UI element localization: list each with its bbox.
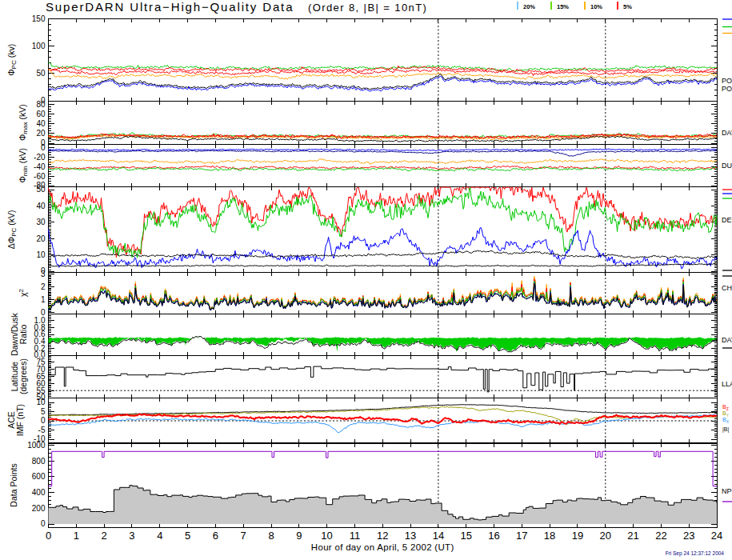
svg-text:15: 15 bbox=[460, 530, 471, 542]
svg-text:60: 60 bbox=[36, 110, 46, 118]
svg-text:SuperDARN Ultra−High−Quality D: SuperDARN Ultra−High−Quality Data bbox=[46, 0, 294, 14]
svg-text:6: 6 bbox=[213, 530, 218, 542]
svg-text:(Order 8, |B| = 10nT): (Order 8, |B| = 10nT) bbox=[308, 2, 427, 14]
svg-text:DUSK: DUSK bbox=[722, 162, 732, 170]
svg-text:Φmax (kV): Φmax (kV) bbox=[18, 104, 29, 141]
svg-text:-20: -20 bbox=[34, 153, 46, 162]
svg-text:Φmin (kV): Φmin (kV) bbox=[18, 148, 29, 182]
svg-text:50: 50 bbox=[36, 185, 46, 194]
svg-text:14: 14 bbox=[433, 530, 444, 542]
svg-text:13: 13 bbox=[405, 530, 416, 542]
svg-text:|B|: |B| bbox=[722, 426, 729, 433]
svg-text:40: 40 bbox=[36, 202, 46, 210]
svg-text:1.0: 1.0 bbox=[34, 316, 46, 325]
svg-text:22: 22 bbox=[655, 530, 666, 542]
svg-text:20%: 20% bbox=[523, 3, 535, 10]
svg-text:Hour of day on April, 5 2002 (: Hour of day on April, 5 2002 (UT) bbox=[311, 542, 454, 552]
svg-text:10: 10 bbox=[36, 250, 46, 259]
svg-text:24: 24 bbox=[711, 530, 722, 542]
svg-text:10%: 10% bbox=[590, 3, 602, 10]
svg-text:400: 400 bbox=[32, 488, 46, 497]
svg-text:17: 17 bbox=[516, 530, 527, 542]
svg-text:2: 2 bbox=[41, 282, 46, 291]
svg-text:IMF (nT): IMF (nT) bbox=[15, 404, 25, 436]
svg-text:DAWN: DAWN bbox=[722, 129, 732, 137]
svg-text:4: 4 bbox=[157, 530, 162, 542]
svg-text:1000: 1000 bbox=[27, 441, 46, 450]
svg-text:0: 0 bbox=[46, 530, 51, 542]
svg-text:CHI: CHI bbox=[722, 284, 732, 292]
svg-text:ΦPC (kv): ΦPC (kv) bbox=[6, 44, 18, 76]
svg-text:Ratio: Ratio bbox=[18, 325, 28, 345]
svg-text:(degrees): (degrees) bbox=[18, 358, 28, 394]
svg-text:Data Points: Data Points bbox=[9, 463, 18, 506]
svg-text:9: 9 bbox=[296, 530, 302, 542]
svg-text:DELTA: DELTA bbox=[722, 216, 732, 224]
svg-text:-60: -60 bbox=[34, 172, 46, 181]
svg-text:1: 1 bbox=[41, 295, 46, 304]
svg-text:1: 1 bbox=[74, 530, 79, 542]
svg-text:11: 11 bbox=[350, 530, 361, 542]
svg-text:20: 20 bbox=[600, 530, 611, 542]
svg-text:0: 0 bbox=[41, 519, 46, 528]
svg-text:50: 50 bbox=[36, 69, 46, 78]
svg-text:-40: -40 bbox=[34, 162, 46, 171]
svg-text:0: 0 bbox=[41, 416, 46, 425]
svg-text:POT: POT bbox=[722, 85, 732, 93]
svg-text:200: 200 bbox=[32, 504, 46, 513]
svg-text:23: 23 bbox=[683, 530, 694, 542]
svg-text:LLAT: LLAT bbox=[722, 380, 732, 388]
svg-text:2: 2 bbox=[101, 530, 106, 542]
svg-text:40: 40 bbox=[36, 119, 46, 128]
svg-text:150: 150 bbox=[32, 14, 46, 23]
svg-text:10: 10 bbox=[321, 530, 332, 542]
svg-text:Fri Sep 24 12:37:12 2004: Fri Sep 24 12:37:12 2004 bbox=[666, 550, 725, 557]
svg-text:8: 8 bbox=[268, 530, 274, 542]
svg-text:15%: 15% bbox=[557, 3, 569, 10]
svg-text:5%: 5% bbox=[623, 3, 632, 10]
svg-text:18: 18 bbox=[544, 530, 555, 542]
svg-text:20: 20 bbox=[36, 129, 46, 138]
svg-text:10: 10 bbox=[36, 398, 46, 406]
svg-text:600: 600 bbox=[32, 472, 46, 481]
svg-text:100: 100 bbox=[32, 42, 46, 50]
svg-text:7: 7 bbox=[241, 530, 246, 542]
svg-text:NP: NP bbox=[722, 487, 732, 495]
svg-text:-5: -5 bbox=[38, 426, 46, 434]
svg-text:5: 5 bbox=[185, 530, 190, 542]
svg-text:POT: POT bbox=[722, 77, 732, 85]
svg-text:20: 20 bbox=[36, 234, 46, 243]
svg-text:80: 80 bbox=[36, 100, 46, 109]
svg-text:0: 0 bbox=[41, 143, 46, 152]
svg-text:DAY: DAY bbox=[722, 336, 732, 344]
svg-text:75: 75 bbox=[36, 358, 46, 366]
svg-text:3: 3 bbox=[129, 530, 134, 542]
svg-text:19: 19 bbox=[572, 530, 583, 542]
svg-text:12: 12 bbox=[377, 530, 388, 542]
svg-text:800: 800 bbox=[32, 457, 46, 466]
svg-text:5: 5 bbox=[41, 407, 46, 416]
svg-text:16: 16 bbox=[488, 530, 499, 542]
svg-text:3: 3 bbox=[41, 270, 46, 278]
svg-text:21: 21 bbox=[627, 530, 638, 542]
svg-text:30: 30 bbox=[36, 218, 46, 226]
